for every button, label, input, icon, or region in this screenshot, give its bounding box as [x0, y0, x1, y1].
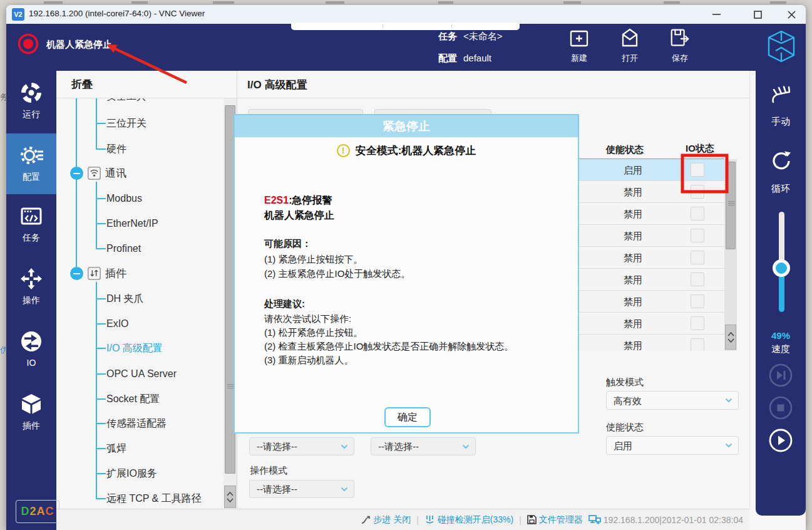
table-scrollbar-thumb[interactable]: [726, 162, 736, 249]
stop-button[interactable]: [769, 396, 793, 420]
advice-title: 处理建议:: [264, 298, 305, 310]
table-row[interactable]: 禁用: [579, 247, 724, 269]
page-title: I/O 高级配置: [247, 78, 307, 92]
badge-letter: C: [46, 505, 54, 518]
enable-state-select[interactable]: 启用: [606, 436, 739, 455]
tree-item-socket-config[interactable]: Socket 配置: [56, 392, 213, 406]
background-window-fragment: [44, 1, 63, 4]
sidebar-item-io[interactable]: IO: [6, 320, 56, 380]
tree-item-dh-gripper[interactable]: DH 夹爪: [56, 292, 213, 306]
select-placeholder-1[interactable]: --请选择--: [249, 437, 354, 455]
window-title: 192.168.1.200 (intel-corei7-64:0) - VNC …: [29, 9, 205, 18]
sidebar-item-task[interactable]: 任务: [6, 194, 56, 255]
close-button[interactable]: [778, 6, 805, 23]
sidebar-item-run[interactable]: 运行: [6, 71, 56, 132]
io-config-table: 启用 禁用 禁用 禁用 禁用 禁用 禁用 禁用 禁用: [579, 159, 724, 351]
sidebar-item-label: 操作: [6, 295, 56, 306]
io-state-checkbox[interactable]: [691, 185, 704, 199]
scroll-up-icon[interactable]: [727, 332, 734, 336]
select-placeholder-2[interactable]: --请选择--: [371, 437, 476, 455]
move-arrows-icon: [19, 267, 43, 291]
vnc-logo-icon: V2: [12, 8, 24, 21]
io-state-checkbox[interactable]: [691, 207, 704, 221]
io-state-checkbox[interactable]: [691, 229, 704, 242]
tree-item-remote-tcp-tool-path[interactable]: 远程 TCP & 工具路径: [56, 492, 213, 506]
ok-button[interactable]: 确定: [384, 407, 431, 427]
sidebar-item-operate[interactable]: 操作: [6, 257, 56, 318]
sidebar-item-config[interactable]: 配置: [6, 133, 56, 194]
collision-detection-status[interactable]: 碰撞检测开启(33%): [424, 514, 513, 526]
tree-collapse-header[interactable]: 折叠: [71, 77, 93, 91]
io-state-checkbox[interactable]: [691, 294, 704, 308]
separator: |: [519, 515, 522, 525]
io-state-checkbox[interactable]: [691, 251, 704, 264]
table-row[interactable]: 禁用: [579, 181, 724, 203]
background-text-fragment: 务: [0, 91, 6, 103]
table-row[interactable]: 禁用: [579, 203, 724, 225]
tree-item-opc-ua-server[interactable]: OPC UA Server: [56, 367, 213, 381]
tree-item-modbus[interactable]: Modbus: [56, 192, 213, 205]
step-forward-button[interactable]: [769, 363, 793, 387]
io-state-checkbox[interactable]: [691, 316, 704, 330]
tree-item-exio[interactable]: ExIO: [56, 317, 213, 331]
cube-icon: [19, 392, 43, 416]
save-button[interactable]: 保存: [660, 26, 699, 64]
play-button[interactable]: [769, 429, 793, 452]
table-row[interactable]: 禁用: [579, 225, 724, 247]
open-button[interactable]: 打开: [610, 26, 649, 64]
step-mode-status[interactable]: 步进 关闭: [361, 514, 411, 526]
close-icon: [788, 11, 796, 19]
warning-icon: !: [337, 144, 350, 157]
file-manager-button[interactable]: 文件管理器: [527, 514, 583, 526]
tree-item-communication[interactable]: 通讯: [56, 167, 213, 180]
table-row[interactable]: 禁用: [579, 313, 724, 335]
tree-item-sensor-adapter[interactable]: 传感器适配器: [56, 417, 213, 430]
tree-item-plugins[interactable]: 插件: [56, 267, 213, 281]
new-button[interactable]: 新建: [560, 26, 599, 64]
collision-detection-icon: [424, 514, 435, 525]
trigger-mode-select[interactable]: 高有效: [606, 391, 739, 410]
sidebar-item-plugin[interactable]: 插件: [6, 382, 56, 443]
tree-item-io-advanced-config[interactable]: I/O 高级配置: [56, 341, 213, 355]
collapse-expander-icon[interactable]: [70, 267, 83, 280]
sidebar-item-label: 运行: [6, 109, 56, 120]
code-window-icon: [19, 204, 43, 228]
scrollbar-grip-icon: [728, 201, 734, 206]
scroll-up-icon[interactable]: [227, 492, 234, 496]
task-value: <未命名>: [463, 31, 503, 43]
io-state-checkbox[interactable]: [691, 338, 704, 351]
minimize-button[interactable]: [702, 6, 730, 23]
emergency-stop-dialog: 紧急停止 ! 安全模式:机器人紧急停止 E2S1:急停报警 机器人紧急停止 可能…: [234, 114, 579, 434]
tree-item-extended-io-service[interactable]: 扩展IO服务: [56, 467, 213, 481]
io-state-checkbox[interactable]: [691, 163, 704, 177]
dialog-title: 紧急停止: [235, 115, 578, 137]
speed-slider-handle[interactable]: [773, 259, 790, 277]
scroll-down-icon[interactable]: [227, 498, 234, 502]
io-state-checkbox[interactable]: [691, 273, 704, 286]
table-row[interactable]: 禁用: [579, 335, 724, 351]
tree-item-ethernet-ip[interactable]: EtherNet/IP: [56, 217, 213, 231]
background-window-fragment: [664, 1, 680, 4]
collapse-expander-icon[interactable]: [70, 167, 83, 180]
tree-scroll-buttons[interactable]: [224, 486, 236, 508]
cause-item: (2) 主板紧急停止IO处于触发状态。: [264, 268, 410, 280]
table-row[interactable]: 启用: [579, 159, 724, 181]
operation-mode-select[interactable]: --请选择--: [249, 480, 354, 498]
tree-item-three-position-switch[interactable]: 三位开关: [56, 117, 213, 130]
maximize-button[interactable]: [744, 6, 771, 23]
table-scroll-buttons[interactable]: [725, 325, 736, 350]
advice-intro: 请依次尝试以下操作:: [264, 313, 351, 325]
table-row[interactable]: 禁用: [579, 291, 724, 313]
emergency-stop-icon: [17, 33, 39, 55]
background-window-fragment: [770, 1, 786, 4]
tree-item-profinet[interactable]: Profinet: [56, 242, 213, 256]
minimize-icon: [712, 14, 721, 15]
vnc-toolbar-tab[interactable]: [291, 23, 520, 30]
config-tree: 安全工具 三位开关 硬件 通讯 Modbus EtherNet/IP Profi…: [56, 98, 224, 508]
table-row[interactable]: 禁用: [579, 269, 724, 291]
d2ac-badge[interactable]: D2AC: [16, 500, 59, 523]
scroll-down-icon[interactable]: [727, 338, 734, 343]
tree-item-hardware[interactable]: 硬件: [56, 142, 213, 156]
tree-item-arc-welding[interactable]: 弧焊: [56, 442, 213, 455]
tree-item-safety-tools[interactable]: 安全工具: [56, 98, 213, 103]
